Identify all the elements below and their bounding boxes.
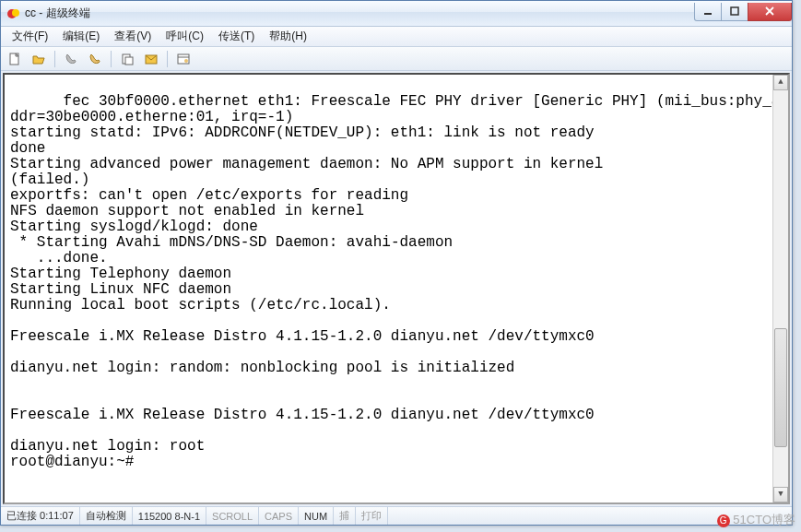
window-title: cc - 超级终端 <box>25 6 90 21</box>
properties-button[interactable] <box>173 49 194 69</box>
terminal-frame: fec 30bf0000.ethernet eth1: Freescale FE… <box>1 71 792 506</box>
receive-button[interactable] <box>141 49 161 69</box>
toolbar <box>1 47 792 71</box>
menu-edit[interactable]: 编辑(E) <box>55 27 107 46</box>
menubar: 文件(F) 编辑(E) 查看(V) 呼叫(C) 传送(T) 帮助(H) <box>1 27 792 47</box>
svg-rect-8 <box>125 57 133 65</box>
menu-transfer[interactable]: 传送(T) <box>211 27 262 46</box>
send-button[interactable] <box>117 49 137 69</box>
status-caps: CAPS <box>259 507 299 525</box>
status-settings: 115200 8-N-1 <box>133 507 206 525</box>
maximize-button[interactable] <box>721 3 748 21</box>
status-capture: 捕 <box>334 507 356 525</box>
toolbar-separator <box>54 51 55 67</box>
terminal-output: fec 30bf0000.ethernet eth1: Freescale FE… <box>10 93 780 470</box>
titlebar: cc - 超级终端 <box>1 1 792 27</box>
call-button[interactable] <box>61 49 81 69</box>
scroll-down-button[interactable]: ▼ <box>773 487 788 502</box>
close-button[interactable] <box>748 3 792 21</box>
toolbar-separator <box>167 51 168 67</box>
status-autodetect: 自动检测 <box>80 507 133 525</box>
scroll-track[interactable] <box>773 90 788 487</box>
minimize-button[interactable] <box>694 3 722 21</box>
terminal-scrollbar[interactable]: ▲ ▼ <box>772 75 788 502</box>
menu-help[interactable]: 帮助(H) <box>262 27 314 46</box>
terminal[interactable]: fec 30bf0000.ethernet eth1: Freescale FE… <box>3 73 790 504</box>
app-window: cc - 超级终端 文件(F) 编辑(E) 查看(V) 呼叫(C) 传送(T) … <box>0 0 793 526</box>
menu-view[interactable]: 查看(V) <box>107 27 159 46</box>
svg-rect-2 <box>704 13 712 15</box>
status-print: 打印 <box>356 507 388 525</box>
scroll-thumb[interactable] <box>774 328 787 447</box>
disconnect-button[interactable] <box>85 49 105 69</box>
scroll-up-button[interactable]: ▲ <box>773 75 788 90</box>
svg-point-1 <box>12 9 19 17</box>
status-connected: 已连接 0:11:07 <box>1 507 80 525</box>
open-button[interactable] <box>29 49 49 69</box>
window-controls <box>695 3 792 21</box>
svg-point-12 <box>184 59 188 63</box>
status-scroll: SCROLL <box>206 507 259 525</box>
toolbar-separator <box>111 51 112 67</box>
new-button[interactable] <box>5 49 25 69</box>
app-icon <box>6 6 21 21</box>
watermark: G 51CTO博客 <box>717 512 795 528</box>
statusbar: 已连接 0:11:07 自动检测 115200 8-N-1 SCROLL CAP… <box>1 506 792 525</box>
status-num: NUM <box>299 507 334 525</box>
menu-call[interactable]: 呼叫(C) <box>159 27 211 46</box>
menu-file[interactable]: 文件(F) <box>5 27 55 46</box>
svg-rect-3 <box>731 7 738 15</box>
watermark-text: 51CTO博客 <box>733 513 795 526</box>
